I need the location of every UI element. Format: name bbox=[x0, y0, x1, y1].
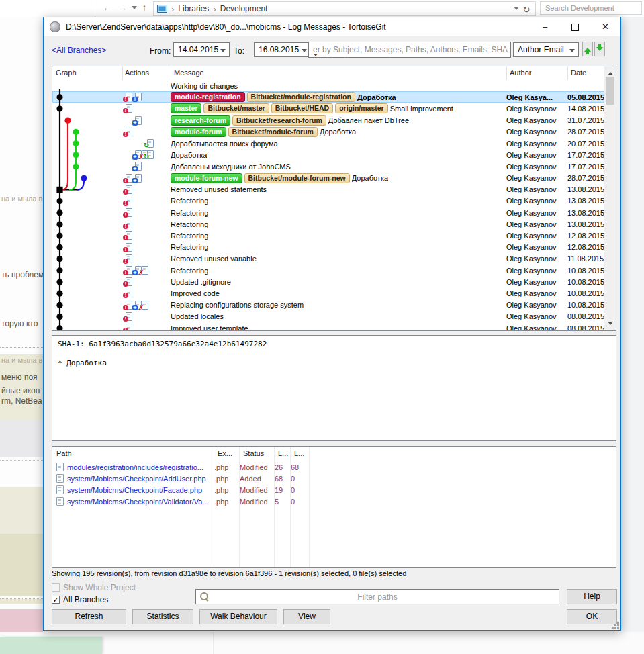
minimize-button[interactable]: – bbox=[530, 17, 560, 36]
filter-paths-input[interactable] bbox=[195, 589, 559, 604]
revision-row[interactable]: !Updated localesOleg Kasyanov08.08.2015 … bbox=[52, 311, 604, 322]
actions-cell: + bbox=[122, 160, 171, 172]
col-lines-deleted[interactable]: L... bbox=[294, 449, 304, 457]
revision-row[interactable]: !Removed unused statementsOleg Kasyanov1… bbox=[52, 184, 604, 195]
scroll-down-icon[interactable] bbox=[604, 319, 616, 330]
search-up-button[interactable] bbox=[582, 42, 593, 56]
file-row[interactable]: system/Mobicms/Checkpoint/AddUser.php.ph… bbox=[52, 473, 616, 484]
all-branches-link[interactable]: <All Branches> bbox=[52, 46, 106, 55]
breadcrumb-development[interactable]: Development bbox=[220, 4, 268, 13]
from-date-combo[interactable]: 14.04.2015 bbox=[173, 42, 230, 57]
column-separator[interactable] bbox=[171, 66, 171, 80]
ref-badge: research-forum bbox=[171, 115, 230, 126]
col-date[interactable]: Date bbox=[571, 68, 586, 77]
added-overlay-icon: + bbox=[132, 270, 138, 275]
close-button[interactable]: ✕ bbox=[590, 17, 620, 36]
file-path[interactable]: system/Mobicms/Checkpoint/Validator/Va..… bbox=[67, 498, 214, 506]
file-row[interactable]: system/Mobicms/Checkpoint/Facade.php.php… bbox=[52, 484, 616, 496]
col-ext[interactable]: Ex... bbox=[218, 449, 232, 457]
all-branches-checkbox[interactable]: ✓ All Branches bbox=[52, 595, 108, 604]
walk-behaviour-button[interactable]: Walk Behaviour bbox=[199, 609, 277, 624]
revision-row[interactable]: !RefactoringOleg Kasyanov13.08.2015 22:5… bbox=[52, 195, 604, 207]
column-separator[interactable] bbox=[506, 66, 507, 80]
revision-row[interactable]: +Добавлены исходники от JohnCMSOleg Kasy… bbox=[52, 160, 604, 172]
column-separator[interactable] bbox=[567, 66, 568, 80]
file-path[interactable]: modules/registration/includes/registrati… bbox=[67, 463, 214, 471]
commit-message-pane[interactable]: SHA-1: 6a1f3963acba0d132579a66e32a4e12b6… bbox=[52, 335, 616, 441]
revision-row[interactable]: !+✗RefactoringOleg Kasyanov10.08.2015 12… bbox=[52, 265, 604, 276]
explorer-search-input[interactable] bbox=[540, 1, 642, 15]
date-cell: 28.07.2015 21:55... bbox=[567, 174, 604, 182]
revision-row[interactable]: !masterBitbucket/masterBitbucket/HEADori… bbox=[52, 103, 604, 114]
filter-options-caret-icon[interactable] bbox=[314, 54, 318, 58]
revision-row[interactable]: !RefactoringOleg Kasyanov12.08.2015 22:3… bbox=[52, 230, 604, 241]
history-chevron-icon[interactable] bbox=[130, 0, 139, 17]
help-button[interactable]: Help bbox=[567, 589, 617, 604]
to-date-combo[interactable]: 16.08.2015 bbox=[254, 42, 311, 57]
revision-row[interactable]: +research-forumBitbucket/research-forumД… bbox=[52, 115, 604, 126]
actions-cell: + bbox=[122, 115, 171, 126]
commit-message: Removed unused statements bbox=[171, 185, 267, 193]
revision-row[interactable]: !+module-forum-newBitbucket/module-forum… bbox=[52, 173, 604, 184]
show-whole-project-checkbox[interactable]: Show Whole Project bbox=[52, 583, 136, 592]
up-icon[interactable]: ↑ bbox=[138, 0, 150, 17]
scrollbar-thumb[interactable] bbox=[606, 77, 614, 105]
file-row[interactable]: modules/registration/includes/registrati… bbox=[52, 461, 616, 473]
col-actions[interactable]: Actions bbox=[125, 68, 149, 77]
revision-row[interactable]: !+module-registrationBitbucket/module-re… bbox=[52, 91, 604, 103]
revision-row[interactable]: +✗↻ДоработкаOleg Kasyanov17.07.2015 11:3… bbox=[52, 149, 604, 160]
filter-field-combo[interactable]: Author Email bbox=[513, 42, 579, 57]
revision-scrollbar[interactable] bbox=[604, 66, 616, 330]
address-dropdown-icon[interactable] bbox=[514, 7, 519, 13]
file-path[interactable]: system/Mobicms/Checkpoint/AddUser.php bbox=[67, 475, 214, 483]
col-path[interactable]: Path bbox=[56, 449, 72, 457]
revision-row[interactable]: !Improved codeOleg Kasyanov10.08.2015 2:… bbox=[52, 287, 604, 299]
col-graph[interactable]: Graph bbox=[56, 68, 77, 77]
revision-row[interactable]: !Removed unused variableOleg Kasyanov11.… bbox=[52, 253, 604, 265]
revision-list-header[interactable]: Graph Actions Message Author Date bbox=[52, 66, 604, 80]
col-author[interactable]: Author bbox=[510, 68, 531, 77]
deleted-overlay-icon: ✗ bbox=[138, 304, 144, 311]
file-row[interactable]: system/Mobicms/Checkpoint/Validator/Va..… bbox=[52, 496, 616, 507]
statistics-button[interactable]: Statistics bbox=[132, 609, 193, 624]
ref-badge: origin/master bbox=[335, 103, 388, 113]
revision-row[interactable]: ↻Дорабатывается поиск форумаOleg Kasyano… bbox=[52, 138, 604, 149]
replaced-icon: ↻ bbox=[145, 150, 154, 159]
forward-icon[interactable]: → bbox=[116, 0, 129, 17]
revision-row[interactable]: Working dir changes bbox=[52, 80, 604, 91]
search-down-button[interactable] bbox=[594, 42, 605, 56]
revision-row[interactable]: !RefactoringOleg Kasyanov13.08.2015 19:1… bbox=[52, 218, 604, 230]
revision-row[interactable]: !RefactoringOleg Kasyanov13.08.2015 22:2… bbox=[52, 207, 604, 218]
revision-row[interactable]: !module-forumBitbucket/module-forumДораб… bbox=[52, 126, 604, 138]
revision-row[interactable]: !Updated .gitignoreOleg Kasyanov10.08.20… bbox=[52, 276, 604, 287]
modified-overlay-icon: ! bbox=[123, 108, 128, 113]
modified-overlay-icon: ! bbox=[123, 132, 128, 137]
revision-row[interactable]: !RefactoringOleg Kasyanov12.08.2015 22:0… bbox=[52, 242, 604, 253]
message-cell: Дорабатывается поиск форума bbox=[171, 140, 506, 148]
file-path[interactable]: system/Mobicms/Checkpoint/Facade.php bbox=[67, 486, 214, 494]
commit-message: Доработка bbox=[357, 93, 396, 101]
modified-icon: ! bbox=[124, 220, 132, 228]
file-list-header[interactable]: Path Ex... Status L... L... bbox=[52, 447, 616, 460]
ok-button[interactable]: OK bbox=[567, 609, 617, 624]
refresh-button[interactable]: Refresh bbox=[52, 609, 126, 624]
filter-bar: <All Branches> From: 14.04.2015 To: 16.0… bbox=[44, 36, 620, 64]
column-separator[interactable] bbox=[122, 66, 123, 80]
col-lines-added[interactable]: L... bbox=[278, 449, 288, 457]
author-cell: Oleg Kasyanov bbox=[506, 209, 567, 217]
modified-overlay-icon: ! bbox=[123, 178, 128, 183]
revision-row[interactable]: !+✗Replacing configurations storage syst… bbox=[52, 299, 604, 311]
commit-message: Refactoring bbox=[171, 220, 208, 228]
revision-row[interactable]: !Improved user templateOleg Kasyanov08.0… bbox=[52, 322, 604, 330]
log-filter-input[interactable] bbox=[308, 42, 511, 58]
page-block bbox=[0, 609, 43, 632]
titlebar[interactable]: D:\Server\ZendServer\data\apps\http\dev\… bbox=[44, 17, 620, 36]
view-button[interactable]: View bbox=[283, 609, 330, 624]
col-status[interactable]: Status bbox=[243, 449, 264, 457]
back-icon[interactable]: ← bbox=[101, 0, 114, 17]
resize-grip-icon[interactable] bbox=[617, 627, 619, 629]
address-bar[interactable]: › Libraries › Development ↻ bbox=[153, 1, 536, 16]
col-message[interactable]: Message bbox=[174, 68, 204, 77]
breadcrumb-libraries[interactable]: Libraries bbox=[178, 4, 209, 13]
maximize-button[interactable] bbox=[560, 17, 590, 36]
